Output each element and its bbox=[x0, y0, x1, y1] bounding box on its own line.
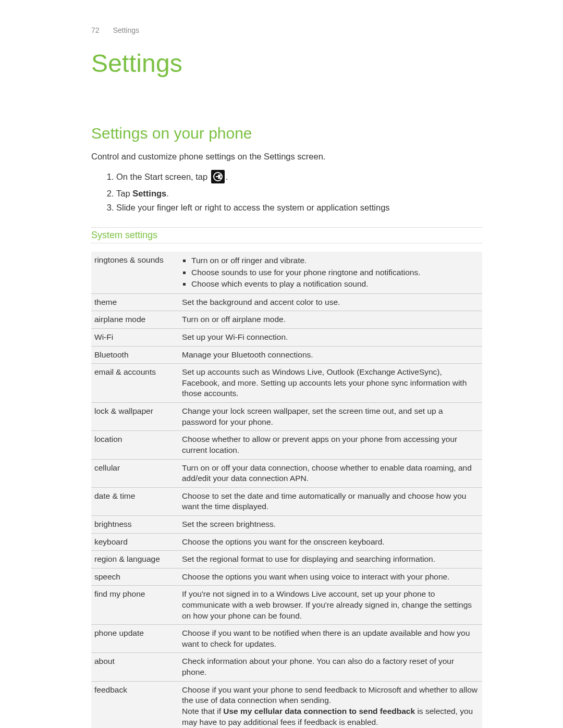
setting-desc: If you're not signed in to a Windows Liv… bbox=[178, 586, 482, 625]
manual-page: 72 Settings Settings Settings on your ph… bbox=[0, 0, 563, 728]
subsection-title: System settings bbox=[91, 230, 482, 241]
feedback-p2: Note that if Use my cellular data connec… bbox=[182, 706, 478, 727]
setting-desc: Choose the options you want for the onsc… bbox=[178, 533, 482, 551]
setting-label: region & language bbox=[91, 551, 178, 569]
step-3: Slide your finger left or right to acces… bbox=[116, 201, 482, 215]
setting-desc: Choose to set the date and time automati… bbox=[178, 487, 482, 515]
bullet-item: Turn on or off ringer and vibrate. bbox=[191, 255, 478, 267]
step-1-pre: On the Start screen, tap bbox=[116, 172, 210, 181]
setting-desc: Set the background and accent color to u… bbox=[178, 293, 482, 311]
table-row: phone update Choose if you want to be no… bbox=[91, 625, 482, 653]
bullet-item: Choose which events to play a notificati… bbox=[191, 278, 478, 290]
step-2: Tap Settings. bbox=[116, 187, 482, 201]
setting-label: feedback bbox=[91, 681, 178, 728]
table-row: about Check information about your phone… bbox=[91, 653, 482, 681]
table-row: lock & wallpaper Change your lock screen… bbox=[91, 403, 482, 431]
page-number: 72 bbox=[91, 26, 100, 34]
table-row: location Choose whether to allow or prev… bbox=[91, 431, 482, 459]
step-1: On the Start screen, tap . bbox=[116, 169, 482, 187]
bullet-list: Turn on or off ringer and vibrate. Choos… bbox=[182, 255, 478, 290]
table-row: region & language Set the regional forma… bbox=[91, 551, 482, 569]
setting-label: Bluetooth bbox=[91, 346, 178, 364]
setting-label: cellular bbox=[91, 459, 178, 487]
table-row: ringtones & sounds Turn on or off ringer… bbox=[91, 252, 482, 293]
setting-label: ringtones & sounds bbox=[91, 252, 178, 293]
divider-top bbox=[91, 227, 482, 228]
feedback-p2-pre: Note that if bbox=[182, 707, 223, 715]
setting-label: about bbox=[91, 653, 178, 681]
table-row: email & accounts Set up accounts such as… bbox=[91, 364, 482, 403]
setting-desc: Choose the options you want when using v… bbox=[178, 568, 482, 586]
setting-label: lock & wallpaper bbox=[91, 403, 178, 431]
setting-label: date & time bbox=[91, 487, 178, 515]
step-1-post: . bbox=[226, 172, 228, 181]
steps-list: On the Start screen, tap . Tap Settings.… bbox=[91, 169, 482, 215]
setting-desc: Turn on or off your data connection, cho… bbox=[178, 459, 482, 487]
feedback-p2-bold: Use my cellular data connection to send … bbox=[223, 707, 415, 715]
setting-desc: Choose if you want your phone to send fe… bbox=[178, 681, 482, 728]
step-2-post: . bbox=[166, 189, 169, 198]
setting-desc: Manage your Bluetooth connections. bbox=[178, 346, 482, 364]
bullet-item: Choose sounds to use for your phone ring… bbox=[191, 267, 478, 279]
setting-desc: Change your lock screen wallpaper, set t… bbox=[178, 403, 482, 431]
divider-bottom bbox=[91, 243, 482, 243]
setting-label: brightness bbox=[91, 515, 178, 533]
setting-desc: Set up accounts such as Windows Live, Ou… bbox=[178, 364, 482, 403]
lead-paragraph: Control and customize phone settings on … bbox=[91, 152, 482, 162]
feedback-p1: Choose if you want your phone to send fe… bbox=[182, 685, 478, 706]
table-row: theme Set the background and accent colo… bbox=[91, 293, 482, 311]
running-header: 72 Settings bbox=[91, 26, 482, 34]
table-row: keyboard Choose the options you want for… bbox=[91, 533, 482, 551]
table-row: speech Choose the options you want when … bbox=[91, 568, 482, 586]
table-row: cellular Turn on or off your data connec… bbox=[91, 459, 482, 487]
setting-label: email & accounts bbox=[91, 364, 178, 403]
setting-label: theme bbox=[91, 293, 178, 311]
setting-desc: Set the regional format to use for displ… bbox=[178, 551, 482, 569]
table-row: feedback Choose if you want your phone t… bbox=[91, 681, 482, 728]
setting-desc: Check information about your phone. You … bbox=[178, 653, 482, 681]
setting-label: keyboard bbox=[91, 533, 178, 551]
setting-label: speech bbox=[91, 568, 178, 586]
running-title: Settings bbox=[113, 26, 139, 34]
table-row: Wi-Fi Set up your Wi-Fi connection. bbox=[91, 329, 482, 347]
setting-desc: Choose whether to allow or prevent apps … bbox=[178, 431, 482, 459]
table-row: date & time Choose to set the date and t… bbox=[91, 487, 482, 515]
setting-desc: Set the screen brightness. bbox=[178, 515, 482, 533]
chapter-title: Settings bbox=[91, 49, 482, 78]
arrow-right-circle-icon bbox=[211, 170, 225, 183]
setting-desc: Set up your Wi-Fi connection. bbox=[178, 329, 482, 347]
table-row: find my phone If you're not signed in to… bbox=[91, 586, 482, 625]
setting-label: location bbox=[91, 431, 178, 459]
setting-label: find my phone bbox=[91, 586, 178, 625]
table-row: airplane mode Turn on or off airplane mo… bbox=[91, 311, 482, 329]
setting-label: phone update bbox=[91, 625, 178, 653]
setting-desc: Turn on or off airplane mode. bbox=[178, 311, 482, 329]
table-row: Bluetooth Manage your Bluetooth connecti… bbox=[91, 346, 482, 364]
setting-label: airplane mode bbox=[91, 311, 178, 329]
table-row: brightness Set the screen brightness. bbox=[91, 515, 482, 533]
setting-label: Wi-Fi bbox=[91, 329, 178, 347]
step-2-pre: Tap bbox=[116, 189, 132, 198]
system-settings-table: ringtones & sounds Turn on or off ringer… bbox=[91, 252, 482, 728]
setting-desc: Choose if you want to be notified when t… bbox=[178, 625, 482, 653]
subsection-header: System settings bbox=[91, 227, 482, 243]
setting-desc: Turn on or off ringer and vibrate. Choos… bbox=[178, 252, 482, 293]
section-title: Settings on your phone bbox=[91, 125, 482, 142]
step-2-bold: Settings bbox=[132, 189, 166, 198]
